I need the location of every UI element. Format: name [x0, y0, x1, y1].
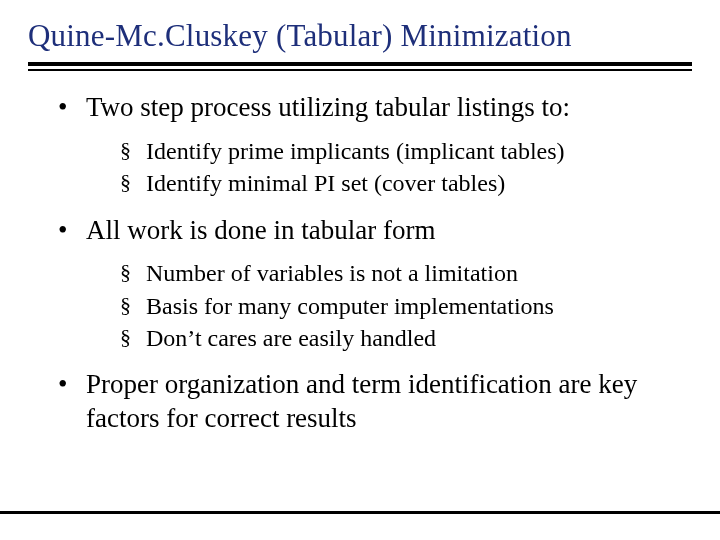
bullet-list: Two step process utilizing tabular listi… [28, 91, 692, 436]
sub-bullet-text: Don’t cares are easily handled [146, 325, 436, 351]
title-rule-thin [28, 69, 692, 71]
sub-bullet-item: Basis for many computer implementations [126, 290, 692, 322]
footer-rule [0, 511, 720, 514]
sub-bullet-text: Number of variables is not a limitation [146, 260, 518, 286]
bullet-text: Proper organization and term identificat… [86, 369, 637, 433]
slide: Quine-Mc.Cluskey (Tabular) Minimization … [0, 0, 720, 540]
bullet-text: Two step process utilizing tabular listi… [86, 92, 570, 122]
bullet-item: All work is done in tabular form Number … [64, 214, 692, 355]
sub-bullet-item: Don’t cares are easily handled [126, 322, 692, 354]
sub-bullet-text: Identify minimal PI set (cover tables) [146, 170, 505, 196]
bullet-item: Two step process utilizing tabular listi… [64, 91, 692, 200]
sub-bullet-item: Number of variables is not a limitation [126, 257, 692, 289]
bullet-text: All work is done in tabular form [86, 215, 435, 245]
sub-bullet-text: Basis for many computer implementations [146, 293, 554, 319]
content-area: Two step process utilizing tabular listi… [28, 91, 692, 436]
title-rule-thick [28, 62, 692, 66]
sub-bullet-list: Number of variables is not a limitation … [86, 257, 692, 354]
sub-bullet-text: Identify prime implicants (implicant tab… [146, 138, 565, 164]
sub-bullet-list: Identify prime implicants (implicant tab… [86, 135, 692, 200]
bullet-item: Proper organization and term identificat… [64, 368, 692, 436]
sub-bullet-item: Identify prime implicants (implicant tab… [126, 135, 692, 167]
slide-title: Quine-Mc.Cluskey (Tabular) Minimization [28, 18, 692, 54]
sub-bullet-item: Identify minimal PI set (cover tables) [126, 167, 692, 199]
